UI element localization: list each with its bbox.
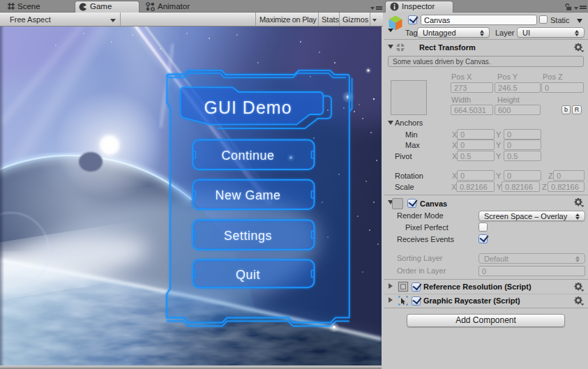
svg-text:Quit: Quit <box>236 268 260 282</box>
svg-text:New Game: New Game <box>215 188 280 202</box>
svg-text:GUI Demo: GUI Demo <box>204 98 292 117</box>
svg-text:Continue: Continue <box>221 149 274 163</box>
svg-text:Settings: Settings <box>224 229 272 243</box>
